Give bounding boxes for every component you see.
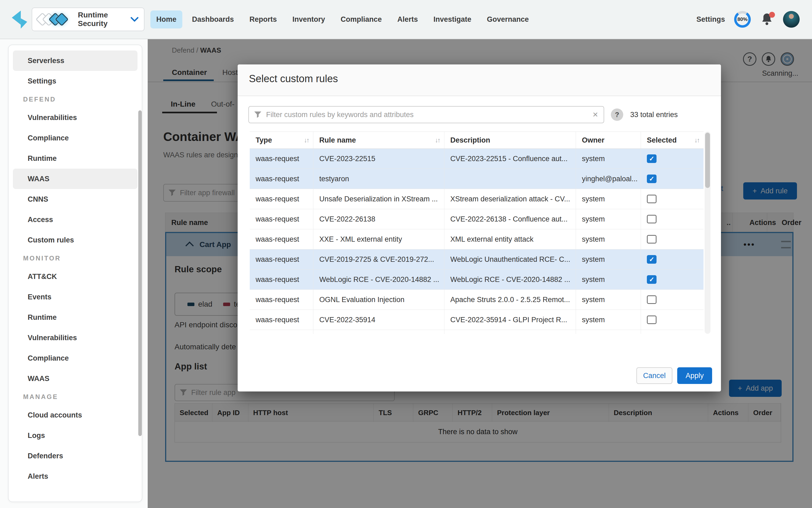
- selected-checkbox[interactable]: ✓: [647, 275, 656, 284]
- nav-item-compliance[interactable]: Compliance: [335, 10, 388, 29]
- sidebar-section-monitor: MONITOR: [13, 250, 137, 266]
- selected-checkbox[interactable]: [647, 315, 656, 324]
- sidebar-item-defenders[interactable]: Defenders: [13, 446, 137, 466]
- nav-item-investigate[interactable]: Investigate: [427, 10, 477, 29]
- sidebar-item-waas[interactable]: WAAS: [13, 169, 137, 189]
- modal-header: Select custom rules: [238, 65, 721, 96]
- sidebar-item-compliance[interactable]: Compliance: [13, 128, 137, 148]
- scrollbar-thumb[interactable]: [705, 133, 710, 188]
- sidebar-item-runtime[interactable]: Runtime: [13, 307, 137, 328]
- column-header-rule-name[interactable]: Rule name↓↑: [313, 132, 444, 149]
- sort-icon[interactable]: ↓↑: [304, 136, 309, 144]
- select-custom-rules-modal: Select custom rules Filter custom rules …: [238, 65, 721, 391]
- sidebar-item-events[interactable]: Events: [13, 287, 137, 307]
- sidebar-scrollbar[interactable]: [138, 110, 142, 436]
- custom-rule-row[interactable]: waas-request OGNL Evaluation Injection A…: [250, 290, 703, 310]
- sidebar-item-settings[interactable]: Settings: [13, 71, 137, 91]
- custom-rule-row[interactable]: waas-request: [250, 330, 703, 334]
- sidebar: ServerlessSettingsDEFENDVulnerabilitiesC…: [0, 39, 148, 508]
- nav-item-home[interactable]: Home: [151, 10, 182, 29]
- prisma-logo-icon: [12, 10, 29, 29]
- product-name: Runtime Security: [78, 11, 130, 28]
- total-entries: 33 total entries: [630, 111, 678, 119]
- product-switcher[interactable]: Runtime Security: [32, 7, 144, 31]
- sidebar-item-vulnerabilities[interactable]: Vulnerabilities: [13, 108, 137, 128]
- selected-checkbox[interactable]: [647, 235, 656, 244]
- custom-rule-row[interactable]: waas-request Unsafe Deserialization in X…: [250, 189, 703, 209]
- cancel-button[interactable]: Cancel: [636, 367, 672, 384]
- sidebar-item-serverless[interactable]: Serverless: [13, 50, 137, 71]
- selected-checkbox[interactable]: ✓: [647, 174, 656, 183]
- selected-checkbox[interactable]: ✓: [647, 255, 656, 264]
- custom-rule-row[interactable]: waas-request CVE-2022-35914 CVE-2022-359…: [250, 310, 703, 330]
- user-avatar[interactable]: [783, 11, 800, 28]
- modal-title: Select custom rules: [249, 73, 338, 85]
- sidebar-item-alerts[interactable]: Alerts: [13, 466, 137, 486]
- app-root: Runtime Security HomeDashboardsReportsIn…: [0, 0, 812, 508]
- top-nav: Runtime Security HomeDashboardsReportsIn…: [0, 0, 812, 39]
- sidebar-section-defend: DEFEND: [13, 91, 137, 108]
- custom-rule-row[interactable]: waas-request WebLogic RCE - CVE-2020-148…: [250, 269, 703, 290]
- sidebar-section-manage: MANAGE: [13, 389, 137, 405]
- settings-link[interactable]: Settings: [696, 15, 725, 24]
- nav-item-reports[interactable]: Reports: [244, 10, 283, 29]
- notifications-button[interactable]: [760, 12, 774, 26]
- custom-rule-row[interactable]: waas-request CVE-2019-2725 & CVE-2019-27…: [250, 249, 703, 269]
- custom-rule-row[interactable]: waas-request XXE - XML external entity X…: [250, 229, 703, 249]
- nav-item-alerts[interactable]: Alerts: [391, 10, 424, 29]
- selected-checkbox[interactable]: [647, 295, 656, 304]
- table-scrollbar[interactable]: [704, 132, 711, 334]
- nav-item-governance[interactable]: Governance: [481, 10, 535, 29]
- runtime-security-icon: [38, 14, 67, 24]
- search-help-icon[interactable]: ?: [611, 109, 623, 121]
- nav-right: Settings 80%: [696, 0, 812, 39]
- sidebar-item-waas[interactable]: WAAS: [13, 368, 137, 389]
- clear-search-icon[interactable]: ✕: [592, 111, 598, 119]
- sidebar-item-att-ck[interactable]: ATT&CK: [13, 266, 137, 287]
- sidebar-item-access[interactable]: Access: [13, 209, 137, 230]
- column-header-selected[interactable]: Selected↓↑: [641, 132, 703, 149]
- selected-checkbox[interactable]: [647, 195, 656, 203]
- column-header-description[interactable]: Description: [444, 132, 576, 149]
- filter-icon: [254, 112, 261, 118]
- apply-button[interactable]: Apply: [677, 367, 712, 384]
- custom-rule-row[interactable]: waas-request CVE-2023-22515 CVE-2023-225…: [250, 149, 703, 169]
- sidebar-item-logs[interactable]: Logs: [13, 425, 137, 446]
- notification-badge: [769, 12, 775, 18]
- custom-rules-table: Type↓↑ Rule name↓↑ Description Owner Sel…: [250, 132, 703, 334]
- sort-icon[interactable]: ↓↑: [435, 136, 440, 144]
- custom-rule-row[interactable]: waas-request testyaron yinghel@paloal...…: [250, 169, 703, 189]
- sidebar-item-compliance[interactable]: Compliance: [13, 348, 137, 368]
- nav-items: HomeDashboardsReportsInventoryCompliance…: [151, 0, 535, 39]
- selected-checkbox[interactable]: ✓: [647, 155, 656, 163]
- progress-ring[interactable]: 80%: [734, 11, 751, 28]
- custom-rules-search-input[interactable]: Filter custom rules by keywords and attr…: [248, 106, 604, 123]
- sidebar-item-vulnerabilities[interactable]: Vulnerabilities: [13, 328, 137, 348]
- search-placeholder: Filter custom rules by keywords and attr…: [266, 111, 588, 119]
- custom-rule-row[interactable]: waas-request CVE-2022-26138 CVE-2022-261…: [250, 209, 703, 229]
- sidebar-item-cnns[interactable]: CNNS: [13, 189, 137, 209]
- progress-value: 80%: [736, 13, 749, 25]
- sidebar-item-runtime[interactable]: Runtime: [13, 148, 137, 169]
- column-header-type[interactable]: Type↓↑: [250, 132, 313, 149]
- sort-icon[interactable]: ↓↑: [694, 136, 699, 144]
- chevron-down-icon: [130, 17, 138, 22]
- sidebar-item-cloud-accounts[interactable]: Cloud accounts: [13, 405, 137, 425]
- custom-rules-header-row: Type↓↑ Rule name↓↑ Description Owner Sel…: [250, 132, 703, 149]
- sidebar-item-custom-rules[interactable]: Custom rules: [13, 230, 137, 250]
- sidebar-card: ServerlessSettingsDEFENDVulnerabilitiesC…: [8, 45, 142, 502]
- nav-item-dashboards[interactable]: Dashboards: [186, 10, 240, 29]
- column-header-owner[interactable]: Owner: [576, 132, 641, 149]
- nav-item-inventory[interactable]: Inventory: [287, 10, 331, 29]
- selected-checkbox[interactable]: [647, 215, 656, 223]
